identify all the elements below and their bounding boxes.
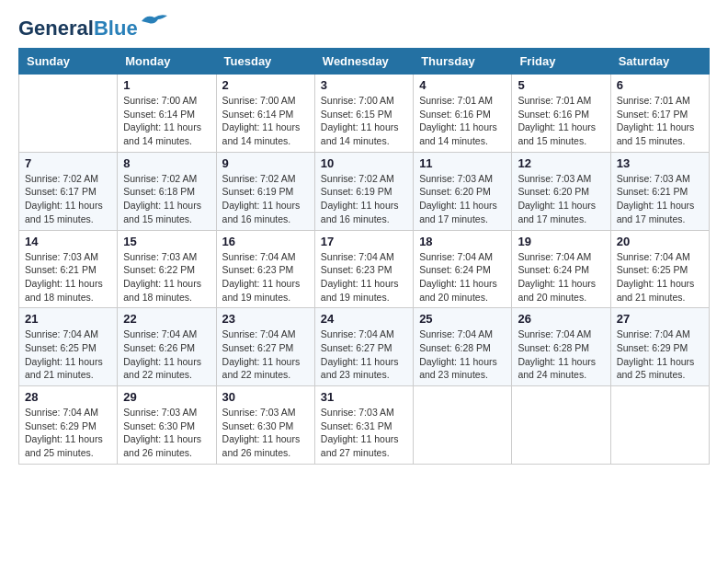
day-info: Sunrise: 7:03 AMSunset: 6:21 PMDaylight:… bbox=[617, 172, 703, 226]
day-info: Sunrise: 7:04 AMSunset: 6:28 PMDaylight:… bbox=[518, 327, 604, 382]
logo-bird-icon bbox=[140, 12, 169, 32]
day-number: 29 bbox=[123, 390, 210, 404]
calendar-cell: 26Sunrise: 7:04 AMSunset: 6:28 PMDayligh… bbox=[512, 308, 610, 386]
day-number: 7 bbox=[25, 156, 111, 170]
weekday-header-tuesday: Tuesday bbox=[216, 49, 314, 75]
day-number: 21 bbox=[25, 312, 111, 326]
calendar-cell: 8Sunrise: 7:02 AMSunset: 6:18 PMDaylight… bbox=[118, 152, 216, 230]
calendar-cell: 12Sunrise: 7:03 AMSunset: 6:20 PMDayligh… bbox=[512, 152, 610, 230]
day-info: Sunrise: 7:04 AMSunset: 6:25 PMDaylight:… bbox=[25, 327, 111, 382]
day-number: 4 bbox=[419, 78, 506, 92]
day-number: 19 bbox=[518, 235, 604, 248]
day-info: Sunrise: 7:04 AMSunset: 6:23 PMDaylight:… bbox=[222, 250, 309, 304]
calendar-cell: 1Sunrise: 7:00 AMSunset: 6:14 PMDaylight… bbox=[118, 75, 216, 153]
day-info: Sunrise: 7:04 AMSunset: 6:28 PMDaylight:… bbox=[419, 327, 506, 382]
day-info: Sunrise: 7:03 AMSunset: 6:31 PMDaylight:… bbox=[321, 406, 407, 460]
day-info: Sunrise: 7:02 AMSunset: 6:17 PMDaylight:… bbox=[25, 172, 111, 226]
day-info: Sunrise: 7:04 AMSunset: 6:24 PMDaylight:… bbox=[518, 250, 604, 304]
calendar-cell: 21Sunrise: 7:04 AMSunset: 6:25 PMDayligh… bbox=[19, 308, 118, 386]
day-info: Sunrise: 7:03 AMSunset: 6:30 PMDaylight:… bbox=[123, 406, 210, 460]
day-number: 25 bbox=[419, 312, 506, 326]
day-number: 24 bbox=[321, 312, 407, 326]
weekday-header-saturday: Saturday bbox=[610, 49, 709, 75]
weekday-header-sunday: Sunday bbox=[19, 49, 118, 75]
day-number: 12 bbox=[518, 156, 604, 170]
calendar-cell: 14Sunrise: 7:03 AMSunset: 6:21 PMDayligh… bbox=[19, 230, 118, 308]
day-info: Sunrise: 7:03 AMSunset: 6:20 PMDaylight:… bbox=[518, 172, 604, 226]
calendar-cell: 20Sunrise: 7:04 AMSunset: 6:25 PMDayligh… bbox=[610, 230, 709, 308]
day-info: Sunrise: 7:01 AMSunset: 6:16 PMDaylight:… bbox=[518, 94, 604, 148]
day-number: 8 bbox=[123, 156, 210, 170]
day-info: Sunrise: 7:00 AMSunset: 6:15 PMDaylight:… bbox=[321, 94, 407, 148]
calendar-cell: 18Sunrise: 7:04 AMSunset: 6:24 PMDayligh… bbox=[414, 230, 512, 308]
weekday-header-monday: Monday bbox=[118, 49, 216, 75]
day-number: 28 bbox=[25, 390, 111, 404]
day-info: Sunrise: 7:04 AMSunset: 6:26 PMDaylight:… bbox=[123, 327, 210, 382]
day-number: 3 bbox=[321, 78, 407, 92]
day-info: Sunrise: 7:00 AMSunset: 6:14 PMDaylight:… bbox=[123, 94, 210, 148]
day-info: Sunrise: 7:04 AMSunset: 6:29 PMDaylight:… bbox=[617, 327, 703, 382]
calendar-cell: 19Sunrise: 7:04 AMSunset: 6:24 PMDayligh… bbox=[512, 230, 610, 308]
day-info: Sunrise: 7:04 AMSunset: 6:29 PMDaylight:… bbox=[25, 406, 111, 460]
calendar-week-1: 1Sunrise: 7:00 AMSunset: 6:14 PMDaylight… bbox=[19, 75, 710, 153]
day-number: 2 bbox=[222, 78, 309, 92]
day-number: 5 bbox=[518, 78, 604, 92]
day-number: 11 bbox=[419, 156, 506, 170]
day-number: 20 bbox=[617, 235, 703, 248]
calendar-cell: 29Sunrise: 7:03 AMSunset: 6:30 PMDayligh… bbox=[118, 386, 216, 465]
calendar-cell: 2Sunrise: 7:00 AMSunset: 6:14 PMDaylight… bbox=[216, 75, 314, 153]
day-info: Sunrise: 7:03 AMSunset: 6:22 PMDaylight:… bbox=[123, 250, 210, 304]
day-info: Sunrise: 7:03 AMSunset: 6:20 PMDaylight:… bbox=[419, 172, 506, 226]
day-number: 9 bbox=[222, 156, 309, 170]
calendar-cell: 6Sunrise: 7:01 AMSunset: 6:17 PMDaylight… bbox=[610, 75, 709, 153]
calendar-week-3: 14Sunrise: 7:03 AMSunset: 6:21 PMDayligh… bbox=[19, 230, 710, 308]
day-number: 15 bbox=[123, 235, 210, 248]
day-number: 10 bbox=[321, 156, 407, 170]
day-info: Sunrise: 7:04 AMSunset: 6:24 PMDaylight:… bbox=[419, 250, 506, 304]
calendar-cell: 7Sunrise: 7:02 AMSunset: 6:17 PMDaylight… bbox=[19, 152, 118, 230]
calendar-week-2: 7Sunrise: 7:02 AMSunset: 6:17 PMDaylight… bbox=[19, 152, 710, 230]
day-number: 27 bbox=[617, 312, 703, 326]
logo-text: GeneralBlue bbox=[18, 18, 138, 39]
calendar-cell: 22Sunrise: 7:04 AMSunset: 6:26 PMDayligh… bbox=[118, 308, 216, 386]
calendar-cell: 27Sunrise: 7:04 AMSunset: 6:29 PMDayligh… bbox=[610, 308, 709, 386]
calendar-cell: 15Sunrise: 7:03 AMSunset: 6:22 PMDayligh… bbox=[118, 230, 216, 308]
day-info: Sunrise: 7:03 AMSunset: 6:30 PMDaylight:… bbox=[222, 406, 309, 460]
day-number: 22 bbox=[123, 312, 210, 326]
day-info: Sunrise: 7:02 AMSunset: 6:18 PMDaylight:… bbox=[123, 172, 210, 226]
calendar-week-5: 28Sunrise: 7:04 AMSunset: 6:29 PMDayligh… bbox=[19, 386, 710, 465]
calendar-cell bbox=[414, 386, 512, 465]
day-number: 31 bbox=[321, 390, 407, 404]
calendar-cell: 5Sunrise: 7:01 AMSunset: 6:16 PMDaylight… bbox=[512, 75, 610, 153]
day-info: Sunrise: 7:04 AMSunset: 6:25 PMDaylight:… bbox=[617, 250, 703, 304]
day-number: 17 bbox=[321, 235, 407, 248]
day-number: 18 bbox=[419, 235, 506, 248]
day-number: 6 bbox=[617, 78, 703, 92]
day-number: 26 bbox=[518, 312, 604, 326]
calendar-week-4: 21Sunrise: 7:04 AMSunset: 6:25 PMDayligh… bbox=[19, 308, 710, 386]
calendar-cell bbox=[512, 386, 610, 465]
calendar-cell: 17Sunrise: 7:04 AMSunset: 6:23 PMDayligh… bbox=[314, 230, 413, 308]
calendar-cell: 16Sunrise: 7:04 AMSunset: 6:23 PMDayligh… bbox=[216, 230, 314, 308]
day-info: Sunrise: 7:00 AMSunset: 6:14 PMDaylight:… bbox=[222, 94, 309, 148]
day-number: 1 bbox=[123, 78, 210, 92]
weekday-header-friday: Friday bbox=[512, 49, 610, 75]
day-number: 30 bbox=[222, 390, 309, 404]
day-number: 14 bbox=[25, 235, 111, 248]
calendar-cell: 9Sunrise: 7:02 AMSunset: 6:19 PMDaylight… bbox=[216, 152, 314, 230]
calendar-cell: 24Sunrise: 7:04 AMSunset: 6:27 PMDayligh… bbox=[314, 308, 413, 386]
day-info: Sunrise: 7:04 AMSunset: 6:27 PMDaylight:… bbox=[222, 327, 309, 382]
day-number: 23 bbox=[222, 312, 309, 326]
weekday-header-thursday: Thursday bbox=[414, 49, 512, 75]
day-info: Sunrise: 7:01 AMSunset: 6:16 PMDaylight:… bbox=[419, 94, 506, 148]
day-info: Sunrise: 7:03 AMSunset: 6:21 PMDaylight:… bbox=[25, 250, 111, 304]
calendar-cell: 25Sunrise: 7:04 AMSunset: 6:28 PMDayligh… bbox=[414, 308, 512, 386]
calendar-cell: 30Sunrise: 7:03 AMSunset: 6:30 PMDayligh… bbox=[216, 386, 314, 465]
calendar-cell: 28Sunrise: 7:04 AMSunset: 6:29 PMDayligh… bbox=[19, 386, 118, 465]
weekday-header-row: SundayMondayTuesdayWednesdayThursdayFrid… bbox=[19, 49, 710, 75]
calendar-cell bbox=[610, 386, 709, 465]
calendar-cell: 11Sunrise: 7:03 AMSunset: 6:20 PMDayligh… bbox=[414, 152, 512, 230]
day-info: Sunrise: 7:04 AMSunset: 6:23 PMDaylight:… bbox=[321, 250, 407, 304]
logo: GeneralBlue bbox=[18, 18, 169, 39]
page-header: GeneralBlue bbox=[18, 18, 710, 39]
